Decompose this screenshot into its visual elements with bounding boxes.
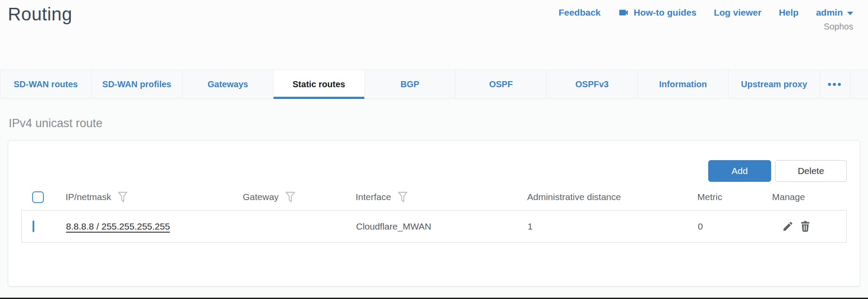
video-camera-icon [618,7,629,18]
more-tabs-icon[interactable]: ••• [820,70,851,99]
filter-icon[interactable] [398,191,408,203]
content-area: IPv4 unicast route Add Delete IP/netmask [0,99,868,299]
routes-panel: Add Delete IP/netmask Gateway [8,140,860,286]
column-metric: Metric [697,192,772,202]
filter-icon[interactable] [118,191,128,203]
column-interface: Interface [356,191,527,203]
help-link[interactable]: Help [779,7,799,18]
row-interface-cell: Cloudflare_MWAN [356,221,528,232]
column-ip-netmask: IP/netmask [66,191,243,203]
row-manage-cell [772,220,846,232]
tab-bar: SD-WAN routes SD-WAN profiles Gateways S… [0,69,868,99]
table-actions: Add Delete [8,141,860,182]
howto-guides-label: How-to guides [634,7,696,18]
tab-gateways[interactable]: Gateways [182,70,274,99]
top-nav-links: Feedback How-to guides Log viewer Help a… [558,7,853,18]
row-select-cell [33,221,66,232]
row-ip-cell: 8.8.8.8 / 255.255.255.255 [66,221,243,232]
page-title: Routing [8,3,72,25]
feedback-link[interactable]: Feedback [558,7,601,18]
routing-page: Routing Feedback How-to guides Log viewe… [0,0,868,299]
tab-sdwan-routes[interactable]: SD-WAN routes [0,70,92,99]
tab-bgp[interactable]: BGP [365,70,456,99]
row-admin-distance-cell: 1 [528,221,698,232]
route-ip-link[interactable]: 8.8.8.8 / 255.255.255.255 [66,221,170,231]
header-select-cell [32,191,66,203]
tab-information[interactable]: Information [638,70,729,99]
column-gateway: Gateway [243,191,356,203]
log-viewer-link[interactable]: Log viewer [714,7,762,18]
top-nav: Feedback How-to guides Log viewer Help a… [558,3,853,32]
tab-upstream-proxy[interactable]: Upstream proxy [729,70,820,99]
row-metric-cell: 0 [698,221,772,232]
section-title: IPv4 unicast route [9,116,860,130]
tab-ospfv3[interactable]: OSPFv3 [547,70,638,99]
delete-button[interactable]: Delete [775,160,847,182]
column-manage: Manage [772,192,847,202]
table-header-row: IP/netmask Gateway Interface [21,184,847,210]
brand-label: Sophos [824,22,853,32]
howto-guides-link[interactable]: How-to guides [618,7,696,18]
tab-static-routes[interactable]: Static routes [274,70,365,99]
user-menu-label: admin [816,7,843,18]
delete-trash-icon[interactable] [799,220,811,232]
column-gateway-label: Gateway [243,192,279,202]
table-row: 8.8.8.8 / 255.255.255.255 Cloudflare_MWA… [21,210,847,243]
column-interface-label: Interface [356,192,391,202]
column-ip-netmask-label: IP/netmask [66,192,111,202]
top-bar: Routing Feedback How-to guides Log viewe… [0,0,868,69]
tab-sdwan-profiles[interactable]: SD-WAN profiles [92,70,183,99]
select-all-checkbox[interactable] [32,191,44,203]
row-checkbox[interactable] [33,220,34,232]
tab-ospf[interactable]: OSPF [455,70,547,99]
user-menu[interactable]: admin [816,7,853,18]
column-admin-distance: Administrative distance [527,192,697,202]
chevron-down-icon [847,12,853,15]
filter-icon[interactable] [285,191,295,203]
add-button[interactable]: Add [708,160,771,182]
edit-pencil-icon[interactable] [782,220,794,232]
